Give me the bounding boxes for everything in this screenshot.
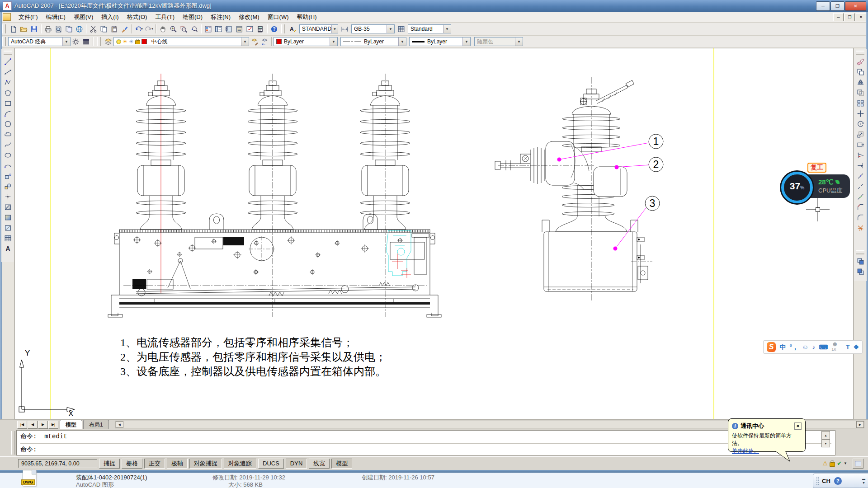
chevron-down-icon[interactable]: ▼ [330, 38, 337, 46]
extend-icon[interactable] [855, 160, 866, 171]
mdi-minimize-button[interactable]: ─ [833, 13, 844, 21]
sogou-logo-icon[interactable]: S [767, 342, 776, 352]
region-icon[interactable] [2, 223, 13, 233]
menu-edit[interactable]: 编辑(E) [42, 12, 70, 23]
line-icon[interactable] [2, 56, 13, 67]
scroll-left-icon[interactable]: ◀ [116, 421, 123, 428]
toggle-ortho[interactable]: 正交 [144, 459, 165, 469]
preview-icon[interactable] [53, 24, 64, 34]
stretch-icon[interactable] [855, 140, 866, 150]
microphone-icon[interactable]: ♪ [812, 344, 815, 350]
toolbar-grip[interactable] [281, 24, 285, 33]
cpu-monitor-widget[interactable]: 复工 28℃ CPU温度 37 % [781, 163, 850, 202]
dimstyle-icon[interactable] [340, 24, 350, 34]
scroll-right-icon[interactable]: ▶ [856, 421, 864, 428]
punctuation-icon[interactable]: °， [789, 344, 798, 350]
move-icon[interactable] [855, 108, 866, 119]
chevron-down-icon[interactable]: ▼ [241, 38, 249, 46]
mtext-icon[interactable] [2, 244, 13, 254]
chevron-down-icon[interactable]: ▼ [331, 25, 338, 33]
circle-icon[interactable] [2, 119, 13, 129]
scroll-up-icon[interactable]: ▲ [821, 431, 830, 439]
toggle-ducs[interactable]: DUCS [258, 459, 284, 469]
scroll-down-icon[interactable]: ▼ [821, 439, 830, 447]
markup-icon[interactable] [245, 24, 255, 34]
tray-menu-caret-icon[interactable]: ▼ [844, 462, 847, 465]
chevron-down-icon[interactable]: ▼ [462, 38, 470, 46]
toggle-otrack[interactable]: 对象追踪 [224, 459, 256, 469]
mdi-restore-button[interactable]: ❐ [844, 13, 855, 21]
layerprev-icon[interactable] [259, 37, 270, 47]
command-text-area[interactable]: 命令: _mtedit 命令: [16, 430, 835, 455]
toggle-snap[interactable]: 捕捉 [99, 459, 120, 469]
table-style-combo[interactable]: Standard ▼ [408, 24, 451, 33]
menu-window[interactable]: 窗口(W) [264, 12, 293, 23]
toolbar-grip[interactable] [856, 250, 864, 254]
sun-icon[interactable]: ☀ [123, 39, 127, 44]
chevron-down-icon[interactable]: ▼ [387, 25, 394, 33]
close-button[interactable]: ✕ [845, 1, 866, 11]
new-icon[interactable] [8, 24, 19, 34]
zoom-icon[interactable] [168, 24, 179, 34]
toolbar-grip[interactable] [97, 37, 101, 46]
mirror-icon[interactable] [855, 77, 866, 88]
pan-icon[interactable] [158, 24, 168, 34]
cpu-usage-ring[interactable]: 37 % [781, 172, 813, 203]
toolbar-grip[interactable] [4, 51, 12, 55]
table-icon[interactable] [396, 24, 406, 34]
menu-format[interactable]: 格式(O) [123, 12, 151, 23]
spline-icon[interactable] [2, 140, 13, 150]
copy-icon[interactable] [99, 24, 109, 34]
breakln-icon[interactable] [855, 181, 866, 192]
menu-view[interactable]: 视图(V) [70, 12, 97, 23]
menu-file[interactable]: 文件(F) [14, 12, 42, 23]
maximize-button[interactable]: ❐ [830, 1, 844, 11]
dorder2-icon[interactable] [855, 267, 866, 277]
command-scrollbar[interactable]: ▲ ▼ [821, 431, 829, 449]
palettes-icon[interactable] [224, 24, 234, 34]
menu-dimension[interactable]: 标注(N) [207, 12, 235, 23]
tab-model[interactable]: 模型 [60, 420, 82, 430]
zoomwin-icon[interactable] [179, 24, 189, 34]
clean-screen-button[interactable] [853, 459, 863, 469]
props-icon[interactable] [203, 24, 213, 34]
lock-icon[interactable] [135, 40, 140, 44]
langbar-controls[interactable]: ▬▼ [862, 477, 865, 484]
wswin-icon[interactable] [81, 37, 91, 47]
bulb-icon[interactable] [116, 39, 121, 44]
menu-help[interactable]: 帮助(H) [293, 12, 321, 23]
toggle-model[interactable]: 模型 [331, 459, 352, 469]
color-combo[interactable]: ByLayer ▼ [274, 37, 338, 46]
validation-icon[interactable]: ✔ [837, 460, 842, 466]
earc-icon[interactable] [2, 160, 13, 171]
xline-icon[interactable] [2, 67, 13, 77]
zoomprev-icon[interactable] [189, 24, 199, 34]
redo-icon[interactable]: ▾ [144, 24, 154, 34]
drawing-canvas[interactable]: 1 2 3 1、电流传感器部分，包括零序和相序采集信号； 2、为电压传感器，包括… [14, 48, 854, 419]
gear-icon[interactable] [71, 37, 81, 47]
text-style-combo[interactable]: STANDARD ▼ [299, 24, 338, 33]
save-icon[interactable] [29, 24, 39, 34]
polygon-icon[interactable] [2, 88, 13, 98]
point-icon[interactable] [2, 192, 13, 202]
trim-icon[interactable] [855, 150, 866, 160]
erase-icon[interactable] [855, 56, 866, 67]
toggle-dyn[interactable]: DYN [286, 459, 307, 469]
account-icon[interactable]: ☻¹⁵ [832, 341, 842, 353]
dcenter-icon[interactable] [213, 24, 224, 34]
pline-icon[interactable] [2, 77, 13, 88]
chevron-down-icon[interactable]: ▼ [62, 38, 70, 46]
breakpt-icon[interactable] [855, 171, 866, 181]
cloud-icon[interactable] [2, 129, 13, 140]
dorder-icon[interactable] [855, 256, 866, 267]
input-mode-chinese[interactable]: 中 [779, 344, 786, 350]
mdi-close-button[interactable]: ✕ [856, 13, 866, 21]
block-icon[interactable] [2, 181, 13, 192]
arc-icon[interactable] [2, 108, 13, 119]
insertb-icon[interactable] [2, 171, 13, 181]
tab-next-button[interactable]: ▶ [38, 421, 48, 429]
plot-icon[interactable] [43, 24, 53, 34]
tab-first-button[interactable]: |◀ [17, 421, 27, 429]
emoji-icon[interactable]: ☺ [802, 344, 808, 350]
rectic-icon[interactable] [2, 98, 13, 108]
